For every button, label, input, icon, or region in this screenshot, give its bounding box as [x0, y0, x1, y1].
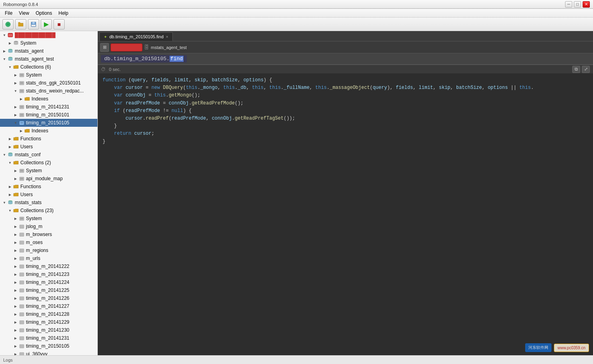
sidebar-item-mstats-agent[interactable]: ▶ mstats_agent	[0, 47, 97, 55]
menu-file[interactable]: File	[2, 10, 16, 17]
sidebar-item-collections-23[interactable]: ▼ Collections (23)	[0, 207, 97, 214]
sidebar-item-timing-20141224[interactable]: ▶ timing_m_20141224	[0, 278, 97, 286]
svg-rect-47	[20, 281, 24, 284]
code-line-6: cursor.readPref(readPrefMode, connObj.ge…	[98, 115, 593, 122]
code-line-3: var connObj = this.getMongo();	[98, 92, 593, 99]
menu-view[interactable]: View	[16, 10, 32, 17]
sidebar-item-timing-20141226[interactable]: ▶ timing_m_20141226	[0, 294, 97, 302]
sidebar-item-mstats-conf[interactable]: ▼ mstats_conf	[0, 151, 97, 159]
menu-help[interactable]: Help	[55, 10, 72, 17]
sidebar-item-timing-20150105[interactable]: ▼ timing_m_20150105	[0, 119, 97, 127]
sidebar-item-indexes-2[interactable]: ▶ Indexes	[0, 127, 97, 135]
sidebar-item-system-4[interactable]: ▶ System	[0, 214, 97, 222]
server-icon	[7, 32, 14, 38]
collection-icon	[18, 319, 25, 325]
sidebar-item-users-2[interactable]: ▶ Users	[0, 191, 97, 199]
item-label: timing_m_20150105	[26, 120, 69, 126]
sidebar-item-api-module-map[interactable]: ▶ api_module_map	[0, 175, 97, 183]
item-label: timing_m_20150105	[26, 343, 69, 349]
sidebar-item-system-1[interactable]: ▶ System	[0, 39, 97, 47]
item-label: Functions	[20, 136, 41, 142]
sidebar-item-timing-20141231b[interactable]: ▶ timing_m_20141231	[0, 334, 97, 342]
expand-button[interactable]: ⤢	[582, 66, 590, 73]
arrow-icon: ▼	[13, 121, 18, 125]
sidebar-item-timing-20141228[interactable]: ▶ timing_m_20141228	[0, 310, 97, 318]
sidebar-item-jslog-m[interactable]: ▶ jslog_m	[0, 222, 97, 230]
menu-options[interactable]: Options	[32, 10, 55, 17]
sidebar-item-timing-20141231[interactable]: ▶ timing_m_20141231	[0, 103, 97, 111]
collection-icon	[18, 223, 25, 230]
sidebar-item-timing-20141225[interactable]: ▶ timing_m_20141225	[0, 286, 97, 294]
sidebar-item-m-regions[interactable]: ▶ m_regions	[0, 246, 97, 254]
sidebar-item-m-browsers[interactable]: ▶ m_browsers	[0, 230, 97, 238]
copy-button[interactable]: ⧉	[572, 66, 580, 73]
folder-icon	[24, 128, 30, 134]
item-label: mstats_agent	[15, 48, 43, 54]
sidebar-item-indexes-1[interactable]: ▶ Indexes	[0, 95, 97, 103]
sidebar-item-m-urls[interactable]: ▶ m_urls	[0, 254, 97, 262]
sidebar-item-timing-20141222[interactable]: ▶ timing_m_20141222	[0, 262, 97, 270]
item-label: Indexes	[32, 96, 48, 102]
command-text: db.timing_m_20150105.find	[101, 55, 187, 63]
collection-icon	[18, 287, 25, 293]
watermark: 河东软件网 www.pc0359.cn	[525, 343, 589, 352]
sidebar-item-stats-dns-weixin[interactable]: ▼ stats_dns_weixin_redpac...	[0, 87, 97, 95]
item-label: timing_m_20141231	[26, 104, 69, 110]
status-bar: ⏱ 0 sec. ⧉ ⤢	[98, 65, 593, 73]
open-button[interactable]	[15, 19, 26, 30]
sidebar-item-collections-2[interactable]: ▼ Collections (2)	[0, 159, 97, 167]
close-button[interactable]: ✕	[583, 1, 590, 8]
grid-view-button[interactable]: ⊞	[100, 43, 109, 52]
tab-find[interactable]: ✦ db.timing_m_20150105.find ×	[99, 32, 173, 41]
connect-button[interactable]	[2, 19, 14, 30]
sidebar-item-stats-dns-ggk[interactable]: ▶ stats_dns_ggk_20150101	[0, 79, 97, 87]
collection-icon	[13, 40, 19, 46]
svg-rect-11	[20, 73, 24, 77]
sidebar-item-system-2[interactable]: ▶ System	[0, 71, 97, 79]
item-label: timing_m_20150101	[26, 112, 69, 118]
arrow-icon: ▶	[7, 41, 13, 45]
arrow-icon: ▼	[7, 209, 13, 212]
maximize-button[interactable]: □	[574, 1, 581, 8]
stop-button[interactable]: ■	[53, 19, 65, 30]
sidebar-item-timing-20150105b[interactable]: ▶ timing_m_20150105	[0, 342, 97, 350]
sidebar-item-timing-20141229[interactable]: ▶ timing_m_20141229	[0, 318, 97, 326]
sidebar-item-ui-360yyy[interactable]: ▶ ui_360yyy	[0, 350, 97, 355]
sidebar-item-functions-2[interactable]: ▶ Functions	[0, 183, 97, 191]
minimize-button[interactable]: ─	[565, 1, 572, 8]
sidebar-item-timing-20141230[interactable]: ▶ timing_m_20141230	[0, 326, 97, 334]
sidebar-item-m-oses[interactable]: ▶ m_oses	[0, 238, 97, 246]
arrow-icon: ▶	[13, 297, 18, 300]
sidebar-item-timing-20141227[interactable]: ▶ timing_m_20141227	[0, 302, 97, 310]
collection-icon	[18, 351, 25, 355]
arrow-icon: ▶	[7, 137, 13, 141]
collection-icon	[18, 80, 25, 86]
sidebar[interactable]: ▼ ████████████ ▶ System ▶ mstats_agent ▼	[0, 31, 98, 355]
arrow-icon: ▼	[2, 153, 7, 157]
collection-icon	[18, 279, 25, 285]
arrow-icon: ▼	[2, 57, 7, 61]
save-button[interactable]	[28, 19, 39, 30]
sidebar-item-timing-20141223[interactable]: ▶ timing_m_20141223	[0, 270, 97, 278]
folder-icon	[13, 64, 19, 70]
db-icon	[7, 199, 14, 206]
arrow-icon: ▶	[13, 257, 18, 260]
sidebar-item-collections-6[interactable]: ▼ Collections (6)	[0, 63, 97, 71]
code-area[interactable]: function (query, fields, limit, skip, ba…	[98, 73, 593, 355]
sidebar-item-system-3[interactable]: ▶ System	[0, 167, 97, 175]
sidebar-connection-root[interactable]: ▼ ████████████	[0, 31, 97, 39]
sidebar-item-mstats-stats[interactable]: ▼ mstats_stats	[0, 199, 97, 207]
tab-close-button[interactable]: ×	[166, 35, 168, 39]
run-button[interactable]: ▶	[41, 19, 52, 30]
sidebar-item-users-1[interactable]: ▶ Users	[0, 143, 97, 151]
sidebar-item-mstats-agent-test[interactable]: ▼ mstats_agent_test	[0, 55, 97, 63]
arrow-icon: ▶	[13, 169, 18, 173]
arrow-icon: ▼	[7, 161, 13, 165]
folder-icon	[13, 183, 19, 190]
sidebar-item-timing-20150101[interactable]: ▶ timing_m_20150101	[0, 111, 97, 119]
sidebar-item-functions-1[interactable]: ▶ Functions	[0, 135, 97, 143]
arrow-icon: ▶	[13, 113, 18, 117]
svg-rect-3	[32, 22, 35, 24]
collection-icon	[18, 88, 25, 94]
db-indicator: 🗄 mstats_agent_test	[144, 44, 187, 50]
